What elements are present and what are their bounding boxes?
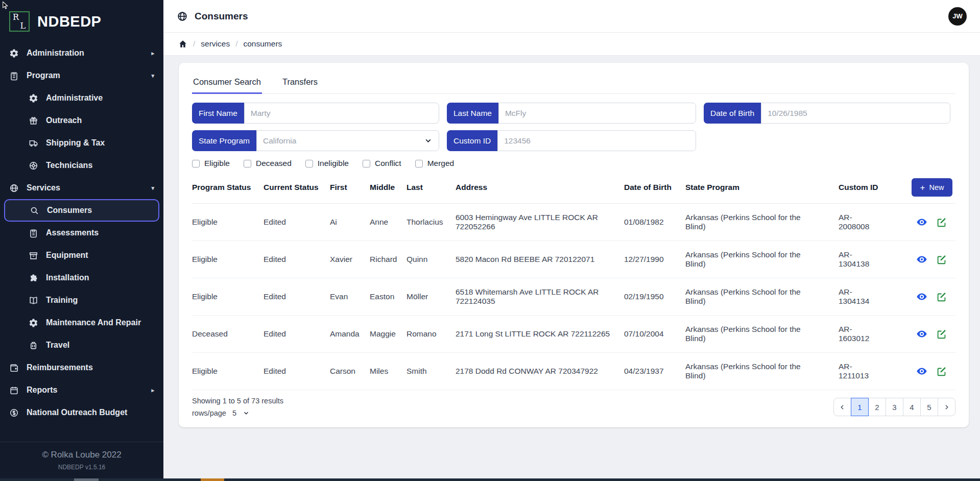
cell-state-program: Arkansas (Perkins School for the Blind)	[685, 213, 812, 231]
cell-state-program: Arkansas (Perkins School for the Blind)	[685, 362, 812, 380]
pagination: 1 2 3 4 5	[833, 398, 955, 416]
sidebar-item-outreach[interactable]: Outreach	[0, 109, 163, 132]
cell-current-status: Edited	[264, 329, 330, 339]
table-row: Eligible Edited Xavier Richard Quinn 582…	[192, 241, 955, 278]
merged-checkbox[interactable]	[415, 160, 423, 167]
sidebar-item-shipping-tax[interactable]: Shipping & Tax	[0, 132, 163, 154]
consumer-search-card: Consumer Search Transfers First Name Las…	[179, 63, 969, 427]
version-text: NDBEDP v1.5.16	[0, 464, 163, 471]
page-button-2[interactable]: 2	[868, 398, 886, 416]
sidebar-item-administration[interactable]: Administration	[0, 42, 163, 64]
edit-button[interactable]	[936, 217, 947, 228]
state-program-select[interactable]	[256, 130, 439, 151]
ineligible-checkbox[interactable]	[305, 160, 313, 167]
page-button-5[interactable]: 5	[920, 398, 938, 416]
cell-first: Amanda	[330, 329, 370, 339]
edit-icon	[936, 328, 947, 340]
sidebar-item-label: Equipment	[46, 251, 88, 260]
page-button-3[interactable]: 3	[886, 398, 903, 416]
cell-state-program: Arkansas (Perkins School for the Blind)	[685, 287, 812, 306]
eligible-checkbox[interactable]	[192, 160, 200, 167]
edit-button[interactable]	[936, 366, 947, 377]
home-icon[interactable]	[178, 39, 187, 49]
sidebar-item-reports[interactable]: Reports	[0, 379, 163, 401]
col-last: Last	[407, 183, 456, 192]
edit-button[interactable]	[936, 291, 947, 302]
view-button[interactable]	[916, 254, 927, 265]
cell-first: Evan	[330, 292, 370, 301]
col-current-status: Current Status	[264, 183, 330, 192]
sidebar-item-assessments[interactable]: Assessments	[0, 222, 163, 244]
tab-transfers[interactable]: Transfers	[281, 72, 319, 93]
new-consumer-button[interactable]: + New	[912, 178, 952, 197]
cell-dob: 07/10/2004	[624, 329, 685, 339]
date-of-birth-input[interactable]	[761, 103, 950, 124]
sidebar-item-maintenance-and-repair[interactable]: Maintenance And Repair	[0, 311, 163, 334]
edit-icon	[936, 254, 947, 265]
cell-current-status: Edited	[264, 218, 330, 227]
view-button[interactable]	[916, 217, 927, 228]
checkbox-eligible: Eligible	[192, 159, 230, 168]
sidebar-item-national-outreach-budget[interactable]: National Outreach Budget	[0, 401, 163, 424]
edit-button[interactable]	[936, 254, 947, 265]
sidebar-item-program[interactable]: Program	[0, 64, 163, 87]
col-program-status: Program Status	[192, 183, 264, 192]
cell-address: 2178 Dodd Rd CONWAY AR 720347922	[456, 367, 624, 376]
sidebar-item-training[interactable]: Training	[0, 289, 163, 311]
cell-custom-id: AR-1304134	[839, 287, 888, 306]
view-button[interactable]	[916, 366, 927, 377]
rows-per-page-select[interactable]: rows/page 5	[192, 409, 283, 417]
table-row: Eligible Edited Ai Anne Thorlacius 6003 …	[192, 204, 955, 241]
date-of-birth-label: Date of Birth	[704, 103, 761, 124]
search-form: First Name Last Name Date of Birth State…	[192, 103, 955, 151]
first-name-input[interactable]	[244, 103, 439, 124]
search-icon	[30, 206, 39, 215]
cell-state-program: Arkansas (Perkins School for the Blind)	[685, 325, 812, 343]
sidebar-item-travel[interactable]: Travel	[0, 334, 163, 356]
cell-first: Ai	[330, 218, 370, 227]
page-button-1[interactable]: 1	[851, 398, 869, 416]
copyright-text: © Rolka Loube 2022	[0, 450, 163, 460]
archive-icon	[29, 251, 38, 260]
view-button[interactable]	[916, 328, 927, 340]
first-name-label: First Name	[192, 103, 244, 124]
app-logo[interactable]: R L NDBEDP	[0, 0, 163, 40]
custom-id-input[interactable]	[497, 130, 696, 151]
wheel-icon	[29, 161, 38, 171]
cell-dob: 01/08/1982	[624, 218, 685, 227]
view-button[interactable]	[916, 291, 927, 302]
page-button-4[interactable]: 4	[903, 398, 921, 416]
deceased-checkbox[interactable]	[244, 160, 251, 167]
sidebar-item-technicians[interactable]: Technicians	[0, 154, 163, 177]
plus-icon: +	[920, 183, 925, 192]
tab-consumer-search[interactable]: Consumer Search	[192, 72, 262, 94]
breadcrumb-services[interactable]: services	[201, 39, 230, 49]
chevron-down-icon	[151, 185, 154, 191]
last-name-input[interactable]	[498, 103, 696, 124]
sidebar: R L NDBEDP Administration Program Admini…	[0, 0, 163, 481]
col-address: Address	[456, 183, 624, 192]
edit-button[interactable]	[936, 328, 947, 340]
sidebar-item-installation[interactable]: Installation	[0, 267, 163, 289]
luggage-icon	[29, 341, 38, 350]
sidebar-footer: © Rolka Loube 2022 NDBEDP v1.5.16	[0, 442, 163, 481]
user-avatar[interactable]: JW	[948, 7, 967, 26]
sidebar-item-administrative[interactable]: Administrative	[0, 87, 163, 109]
sidebar-item-equipment[interactable]: Equipment	[0, 244, 163, 267]
sidebar-item-consumers[interactable]: Consumers	[4, 199, 159, 222]
bottom-edge-bar	[0, 478, 980, 481]
breadcrumb-consumers[interactable]: consumers	[243, 39, 282, 49]
conflict-checkbox[interactable]	[363, 160, 370, 167]
previous-page-button[interactable]	[833, 398, 851, 416]
last-name-label: Last Name	[447, 103, 498, 124]
sidebar-item-label: Outreach	[46, 116, 82, 125]
eye-icon	[916, 217, 927, 228]
sidebar-item-services[interactable]: Services	[0, 177, 163, 199]
col-custom-id: Custom ID	[839, 183, 888, 192]
edit-icon	[936, 366, 947, 377]
sidebar-nav: Administration Program Administrative Ou…	[0, 42, 163, 442]
next-page-button[interactable]	[938, 398, 955, 416]
cell-custom-id: AR-1603012	[839, 325, 888, 343]
cell-program-status: Deceased	[192, 329, 264, 339]
sidebar-item-reimbursements[interactable]: Reimbursements	[0, 356, 163, 379]
